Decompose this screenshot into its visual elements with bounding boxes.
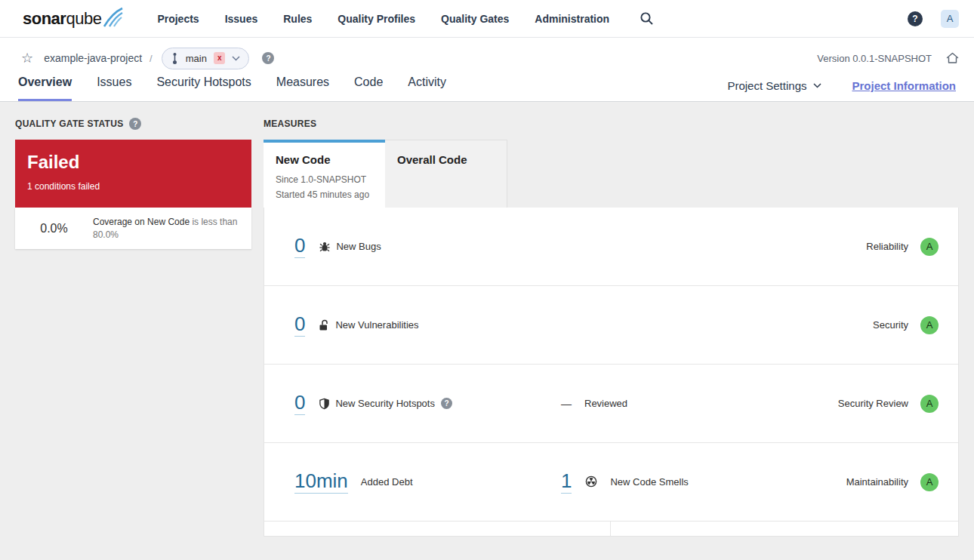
breadcrumb-project-link[interactable]: example-java-project [44,52,142,64]
measures-title-row: MEASURES [264,118,959,130]
nav-right: ? A [908,10,959,28]
duplications-section-stub [611,522,958,536]
hotspots-help-icon[interactable]: ? [441,398,452,409]
measure-row-security: 0 New Vulnerabilities Security A [264,286,958,365]
quality-gate-panel: QUALITY GATE STATUS ? Failed 1 condition… [15,118,251,537]
project-settings-menu[interactable]: Project Settings [727,79,821,92]
quality-gate-title: QUALITY GATE STATUS [15,118,123,129]
logo-text: sonarqube [23,9,101,29]
new-vulnerabilities-label: New Vulnerabilities [335,319,418,331]
added-debt-label: Added Debt [361,476,413,488]
nav-item-quality-profiles[interactable]: Quality Profiles [338,13,415,25]
tab-overview[interactable]: Overview [18,75,72,101]
home-icon[interactable] [946,52,959,64]
lock-open-icon [319,319,330,331]
tab-activity[interactable]: Activity [408,75,446,101]
search-icon[interactable] [640,11,654,26]
new-bugs-label: New Bugs [336,241,381,252]
branch-name: main [186,53,207,64]
measures-rows: 0 New Bugs Reliability A [264,208,959,537]
new-security-hotspots-count-link[interactable]: 0 [294,392,305,414]
tab-security-hotspots[interactable]: Security Hotspots [156,75,251,101]
chevron-down-icon [813,83,821,88]
new-code-since: Since 1.0-SNAPSHOT [276,173,373,188]
favorite-star-icon[interactable]: ☆ [21,51,33,65]
avatar[interactable]: A [941,10,959,28]
maintainability-label: Maintainability [846,476,908,488]
reviewed-label: Reviewed [584,398,627,409]
header-meta: Version 0.0.1-SNAPSHOT [817,52,959,64]
measures-title: MEASURES [264,118,316,129]
maintainability-rating-group: Maintainability A [846,473,939,491]
chevron-down-icon [232,56,240,61]
new-vulnerabilities-count-link[interactable]: 0 [294,313,305,336]
added-debt-link[interactable]: 10min [294,470,348,493]
nav-item-issues[interactable]: Issues [225,13,258,25]
shield-icon [319,398,330,410]
next-section-preview [264,522,958,536]
quality-gate-status-card: Failed 1 conditions failed [15,140,251,208]
code-smell-icon [585,475,597,488]
tabs-right: Project Settings Project Information [727,79,956,101]
new-bugs-count-link[interactable]: 0 [294,235,305,257]
quality-gate-status: Failed [27,152,239,173]
tab-new-code[interactable]: New Code Since 1.0-SNAPSHOT Started 45 m… [264,140,385,208]
nav-item-rules[interactable]: Rules [283,13,312,25]
tab-issues[interactable]: Issues [97,75,131,101]
reliability-rating-group: Reliability A [866,238,939,256]
branch-help-icon[interactable]: ? [262,52,274,64]
measures-panel: MEASURES New Code Since 1.0-SNAPSHOT Sta… [264,118,959,537]
nav-item-administration[interactable]: Administration [535,13,609,25]
security-review-rating-group: Security Review A [838,395,939,413]
project-settings-label: Project Settings [727,79,806,92]
nav-item-projects[interactable]: Projects [157,13,199,25]
branch-failed-badge[interactable]: x [214,52,226,64]
project-tabs: Overview Issues Security Hotspots Measur… [15,75,959,101]
sonarqube-logo[interactable]: sonarqube [23,9,124,29]
coverage-section-stub [264,522,611,536]
nav-item-quality-gates[interactable]: Quality Gates [441,13,509,25]
quality-gate-help-icon[interactable]: ? [129,118,141,130]
breadcrumb: ☆ example-java-project / main x ? Versio… [15,38,959,69]
new-code-smells-group: 1 New Code Smells [561,470,689,493]
measures-tabs: New Code Since 1.0-SNAPSHOT Started 45 m… [264,140,959,208]
help-icon[interactable]: ? [908,11,923,26]
project-information-link[interactable]: Project Information [852,79,956,92]
top-nav: sonarqube Projects Issues Rules Quality … [0,0,974,38]
reliability-label: Reliability [866,241,908,252]
overall-code-tab-label: Overall Code [397,153,495,166]
tab-overall-code[interactable]: Overall Code [385,140,507,208]
new-security-hotspots-label: New Security Hotspots [335,398,435,409]
new-code-started: Started 45 minutes ago [276,188,373,203]
failed-condition-card[interactable]: 0.0% Coverage on New Code is less than 8… [15,208,251,249]
condition-metric: Coverage on New Code [93,217,190,227]
logo-sonar: sonar [23,9,66,28]
bug-icon [319,241,331,253]
new-code-tab-label: New Code [276,153,373,166]
tab-code[interactable]: Code [354,75,383,101]
new-code-smells-label: New Code Smells [610,476,688,488]
branch-icon [171,52,179,65]
maintainability-rating-badge[interactable]: A [920,473,939,491]
security-rating-badge[interactable]: A [920,316,939,334]
security-review-rating-badge[interactable]: A [920,395,939,413]
measure-row-maintainability: 10min Added Debt 1 New Code Smells [264,443,958,522]
logo-swoosh-icon [103,7,124,27]
quality-gate-conditions-summary: 1 conditions failed [27,181,239,192]
hotspots-reviewed-group: — Reviewed [561,398,627,410]
condition-description: Coverage on New Code is less than 80.0% [93,216,251,240]
condition-value: 0.0% [15,222,93,235]
quality-gate-title-row: QUALITY GATE STATUS ? [15,118,251,130]
reviewed-value: — [561,398,572,410]
measure-row-security-review: 0 New Security Hotspots ? — Reviewed Sec… [264,365,958,443]
new-code-smells-count-link[interactable]: 1 [561,470,572,493]
reliability-rating-badge[interactable]: A [920,238,939,256]
security-label: Security [873,319,908,331]
breadcrumb-separator: / [149,53,153,64]
project-header: ☆ example-java-project / main x ? Versio… [0,38,974,102]
security-rating-group: Security A [873,316,939,334]
branch-selector[interactable]: main x [162,48,250,69]
new-code-tab-subtitle: Since 1.0-SNAPSHOT Started 45 minutes ag… [276,173,373,203]
tab-measures[interactable]: Measures [276,75,329,101]
project-version: Version 0.0.1-SNAPSHOT [817,53,932,64]
